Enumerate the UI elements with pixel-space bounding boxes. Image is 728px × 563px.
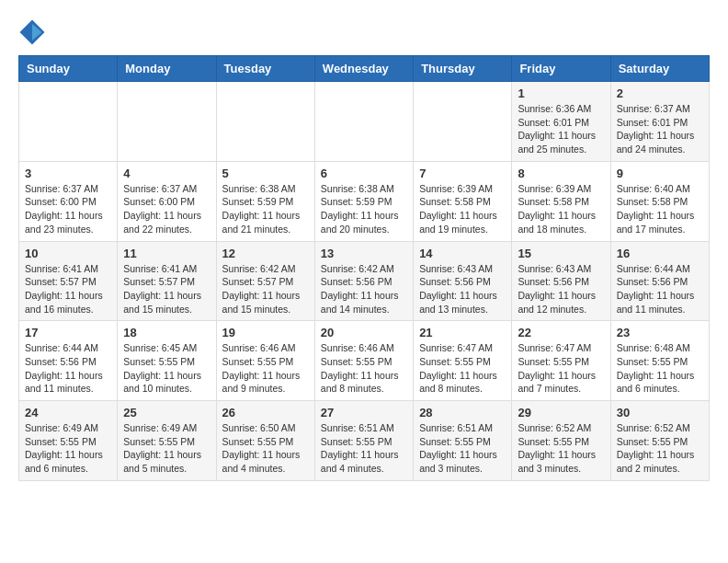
calendar-cell: 30Sunrise: 6:52 AM Sunset: 5:55 PM Dayli… (610, 401, 709, 481)
cell-content: Sunrise: 6:46 AM Sunset: 5:55 PM Dayligh… (222, 341, 309, 396)
day-number: 26 (222, 406, 309, 419)
calendar-cell: 21Sunrise: 6:47 AM Sunset: 5:55 PM Dayli… (414, 321, 512, 401)
day-number: 4 (123, 167, 210, 180)
day-number: 28 (419, 406, 506, 419)
cell-content: Sunrise: 6:41 AM Sunset: 5:57 PM Dayligh… (25, 262, 111, 316)
day-header-wednesday: Wednesday (314, 56, 413, 82)
calendar-cell: 1Sunrise: 6:36 AM Sunset: 6:01 PM Daylig… (512, 82, 610, 162)
day-number: 18 (123, 326, 210, 339)
calendar-cell (19, 82, 118, 162)
calendar-cell: 3Sunrise: 6:37 AM Sunset: 6:00 PM Daylig… (19, 161, 118, 241)
calendar-cell: 4Sunrise: 6:37 AM Sunset: 6:00 PM Daylig… (118, 161, 216, 241)
day-number: 24 (25, 406, 111, 419)
day-number: 1 (518, 86, 604, 100)
cell-content: Sunrise: 6:37 AM Sunset: 6:01 PM Dayligh… (617, 102, 703, 156)
calendar-header-row: SundayMondayTuesdayWednesdayThursdayFrid… (19, 56, 710, 82)
day-header-sunday: Sunday (19, 56, 118, 82)
logo (18, 18, 50, 46)
day-number: 25 (123, 406, 210, 419)
day-number: 3 (25, 167, 111, 180)
calendar-cell: 10Sunrise: 6:41 AM Sunset: 5:57 PM Dayli… (19, 241, 118, 321)
cell-content: Sunrise: 6:44 AM Sunset: 5:56 PM Dayligh… (25, 341, 111, 396)
calendar-cell: 20Sunrise: 6:46 AM Sunset: 5:55 PM Dayli… (314, 321, 413, 401)
cell-content: Sunrise: 6:49 AM Sunset: 5:55 PM Dayligh… (123, 421, 210, 476)
cell-content: Sunrise: 6:47 AM Sunset: 5:55 PM Dayligh… (518, 341, 604, 396)
calendar-cell: 24Sunrise: 6:49 AM Sunset: 5:55 PM Dayli… (19, 401, 118, 481)
calendar-cell: 28Sunrise: 6:51 AM Sunset: 5:55 PM Dayli… (414, 401, 512, 481)
calendar-cell: 7Sunrise: 6:39 AM Sunset: 5:58 PM Daylig… (414, 161, 512, 241)
cell-content: Sunrise: 6:40 AM Sunset: 5:58 PM Dayligh… (617, 182, 703, 236)
cell-content: Sunrise: 6:49 AM Sunset: 5:55 PM Dayligh… (25, 421, 111, 476)
day-number: 7 (419, 167, 506, 180)
cell-content: Sunrise: 6:50 AM Sunset: 5:55 PM Dayligh… (222, 421, 309, 476)
cell-content: Sunrise: 6:45 AM Sunset: 5:55 PM Dayligh… (123, 341, 210, 396)
cell-content: Sunrise: 6:41 AM Sunset: 5:57 PM Dayligh… (123, 262, 210, 316)
cell-content: Sunrise: 6:51 AM Sunset: 5:55 PM Dayligh… (321, 421, 407, 476)
cell-content: Sunrise: 6:48 AM Sunset: 5:55 PM Dayligh… (617, 341, 703, 396)
calendar-week-3: 10Sunrise: 6:41 AM Sunset: 5:57 PM Dayli… (19, 241, 710, 321)
calendar-cell: 8Sunrise: 6:39 AM Sunset: 5:58 PM Daylig… (512, 161, 610, 241)
day-number: 23 (617, 326, 703, 339)
day-number: 8 (518, 167, 604, 180)
day-number: 17 (25, 326, 111, 339)
calendar-cell: 18Sunrise: 6:45 AM Sunset: 5:55 PM Dayli… (118, 321, 216, 401)
calendar-cell: 19Sunrise: 6:46 AM Sunset: 5:55 PM Dayli… (216, 321, 314, 401)
calendar-cell (118, 82, 216, 162)
day-number: 6 (321, 167, 407, 180)
calendar-cell: 14Sunrise: 6:43 AM Sunset: 5:56 PM Dayli… (414, 241, 512, 321)
cell-content: Sunrise: 6:44 AM Sunset: 5:56 PM Dayligh… (617, 262, 703, 316)
day-header-friday: Friday (512, 56, 610, 82)
cell-content: Sunrise: 6:43 AM Sunset: 5:56 PM Dayligh… (419, 262, 506, 316)
calendar-cell: 16Sunrise: 6:44 AM Sunset: 5:56 PM Dayli… (610, 241, 709, 321)
day-number: 12 (222, 247, 309, 260)
day-number: 16 (617, 247, 703, 260)
calendar-cell: 11Sunrise: 6:41 AM Sunset: 5:57 PM Dayli… (118, 241, 216, 321)
cell-content: Sunrise: 6:38 AM Sunset: 5:59 PM Dayligh… (222, 182, 309, 236)
calendar-cell: 5Sunrise: 6:38 AM Sunset: 5:59 PM Daylig… (216, 161, 314, 241)
day-header-monday: Monday (118, 56, 216, 82)
calendar-cell: 23Sunrise: 6:48 AM Sunset: 5:55 PM Dayli… (610, 321, 709, 401)
cell-content: Sunrise: 6:36 AM Sunset: 6:01 PM Dayligh… (518, 102, 604, 156)
calendar-cell: 26Sunrise: 6:50 AM Sunset: 5:55 PM Dayli… (216, 401, 314, 481)
day-number: 15 (518, 247, 604, 260)
calendar-cell: 29Sunrise: 6:52 AM Sunset: 5:55 PM Dayli… (512, 401, 610, 481)
calendar-cell: 13Sunrise: 6:42 AM Sunset: 5:56 PM Dayli… (314, 241, 413, 321)
calendar-cell: 15Sunrise: 6:43 AM Sunset: 5:56 PM Dayli… (512, 241, 610, 321)
calendar-week-2: 3Sunrise: 6:37 AM Sunset: 6:00 PM Daylig… (19, 161, 710, 241)
calendar-cell: 2Sunrise: 6:37 AM Sunset: 6:01 PM Daylig… (610, 82, 709, 162)
calendar-cell: 12Sunrise: 6:42 AM Sunset: 5:57 PM Dayli… (216, 241, 314, 321)
day-number: 29 (518, 406, 604, 419)
cell-content: Sunrise: 6:37 AM Sunset: 6:00 PM Dayligh… (123, 182, 210, 236)
day-number: 10 (25, 247, 111, 260)
cell-content: Sunrise: 6:52 AM Sunset: 5:55 PM Dayligh… (617, 421, 703, 476)
day-number: 21 (419, 326, 506, 339)
day-number: 2 (617, 86, 703, 100)
cell-content: Sunrise: 6:42 AM Sunset: 5:57 PM Dayligh… (222, 262, 309, 316)
day-number: 22 (518, 326, 604, 339)
cell-content: Sunrise: 6:52 AM Sunset: 5:55 PM Dayligh… (518, 421, 604, 476)
cell-content: Sunrise: 6:47 AM Sunset: 5:55 PM Dayligh… (419, 341, 506, 396)
cell-content: Sunrise: 6:39 AM Sunset: 5:58 PM Dayligh… (419, 182, 506, 236)
day-header-saturday: Saturday (610, 56, 709, 82)
cell-content: Sunrise: 6:38 AM Sunset: 5:59 PM Dayligh… (321, 182, 407, 236)
day-number: 13 (321, 247, 407, 260)
cell-content: Sunrise: 6:43 AM Sunset: 5:56 PM Dayligh… (518, 262, 604, 316)
calendar-cell: 22Sunrise: 6:47 AM Sunset: 5:55 PM Dayli… (512, 321, 610, 401)
calendar-cell (414, 82, 512, 162)
day-number: 19 (222, 326, 309, 339)
page-header (18, 18, 710, 46)
calendar-week-4: 17Sunrise: 6:44 AM Sunset: 5:56 PM Dayli… (19, 321, 710, 401)
calendar-cell: 9Sunrise: 6:40 AM Sunset: 5:58 PM Daylig… (610, 161, 709, 241)
day-header-thursday: Thursday (414, 56, 512, 82)
cell-content: Sunrise: 6:51 AM Sunset: 5:55 PM Dayligh… (419, 421, 506, 476)
calendar-cell: 27Sunrise: 6:51 AM Sunset: 5:55 PM Dayli… (314, 401, 413, 481)
day-number: 5 (222, 167, 309, 180)
day-number: 9 (617, 167, 703, 180)
cell-content: Sunrise: 6:46 AM Sunset: 5:55 PM Dayligh… (321, 341, 407, 396)
day-number: 30 (617, 406, 703, 419)
calendar-week-5: 24Sunrise: 6:49 AM Sunset: 5:55 PM Dayli… (19, 401, 710, 481)
calendar-week-1: 1Sunrise: 6:36 AM Sunset: 6:01 PM Daylig… (19, 82, 710, 162)
cell-content: Sunrise: 6:42 AM Sunset: 5:56 PM Dayligh… (321, 262, 407, 316)
calendar-cell (216, 82, 314, 162)
cell-content: Sunrise: 6:39 AM Sunset: 5:58 PM Dayligh… (518, 182, 604, 236)
